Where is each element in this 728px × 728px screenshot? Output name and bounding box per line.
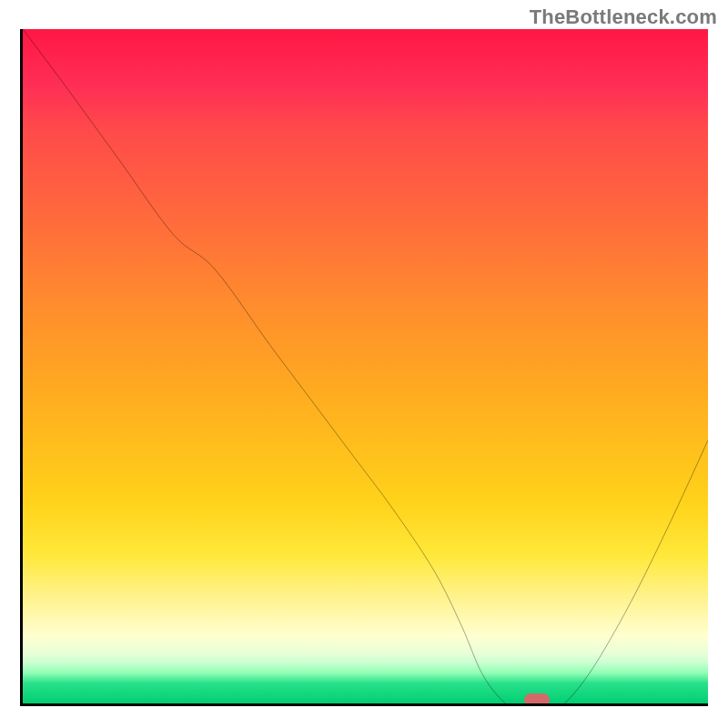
bottleneck-curve	[23, 29, 708, 706]
chart-stage: TheBottleneck.com	[0, 0, 728, 728]
plot-area	[20, 29, 708, 706]
watermark-text: TheBottleneck.com	[530, 5, 717, 29]
minimum-marker	[524, 693, 550, 706]
